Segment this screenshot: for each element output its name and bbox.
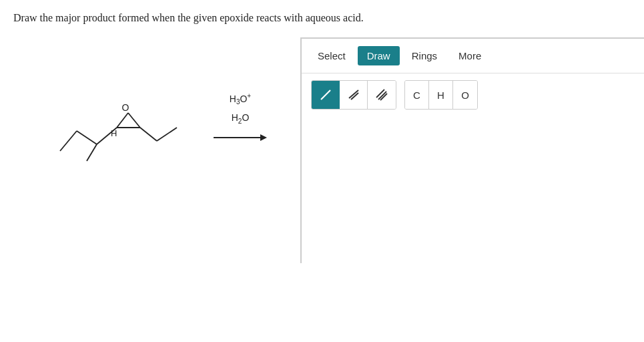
oxygen-label: O: [122, 102, 129, 113]
double-bond-icon: [347, 88, 360, 102]
reagent-line2: H2O: [232, 110, 250, 127]
svg-line-6: [140, 128, 157, 141]
draw-tool[interactable]: Draw: [358, 46, 400, 65]
rings-tool[interactable]: Rings: [402, 46, 446, 65]
svg-line-3: [117, 113, 128, 128]
molecule-area: O H H3O+ H2O: [0, 37, 300, 171]
molecule-svg: O H H3O+ H2O: [47, 64, 274, 171]
hydrogen-btn[interactable]: H: [429, 81, 453, 109]
triple-bond-icon: [375, 88, 388, 102]
bond-row: C H O: [302, 73, 644, 116]
svg-line-4: [128, 113, 140, 128]
question-text: Draw the major product formed when the g…: [0, 0, 644, 31]
atom-group: C H O: [404, 80, 478, 110]
svg-line-11: [321, 90, 330, 100]
svg-line-0: [60, 131, 77, 151]
svg-line-1: [77, 131, 97, 144]
carbon-btn[interactable]: C: [405, 81, 429, 109]
h-label: H: [111, 128, 117, 138]
toolbar: Select Draw Rings More: [302, 39, 644, 73]
svg-line-7: [157, 128, 177, 141]
drawing-panel: Select Draw Rings More: [300, 37, 644, 263]
bond-group: [311, 80, 396, 110]
single-bond-icon: [319, 88, 332, 102]
reaction-arrow: [214, 131, 267, 144]
reagent-line1: H3O+: [230, 91, 251, 108]
arrow-area: H3O+ H2O: [214, 91, 267, 144]
more-tool[interactable]: More: [449, 46, 491, 65]
double-bond-btn[interactable]: [340, 81, 368, 109]
svg-line-14: [376, 90, 384, 98]
canvas-area[interactable]: [302, 116, 644, 263]
single-bond-btn[interactable]: [312, 81, 340, 109]
svg-marker-10: [260, 134, 267, 141]
epoxide-molecule: O H: [47, 64, 194, 171]
oxygen-btn[interactable]: O: [453, 81, 477, 109]
triple-bond-btn[interactable]: [368, 81, 396, 109]
select-tool[interactable]: Select: [308, 46, 355, 65]
main-content: O H H3O+ H2O: [0, 31, 644, 263]
svg-line-8: [87, 144, 97, 161]
